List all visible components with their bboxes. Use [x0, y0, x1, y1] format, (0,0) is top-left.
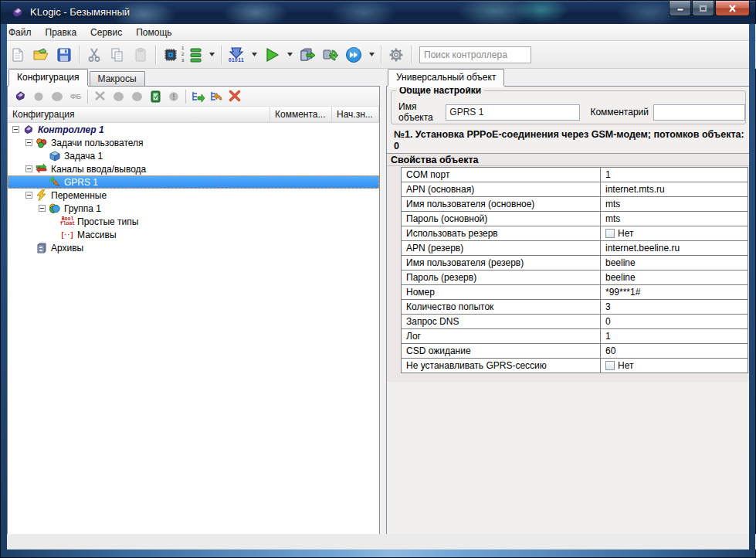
fast-run-dropdown[interactable] [365, 43, 378, 66]
tree-item-variables[interactable]: Переменные [8, 189, 379, 202]
close-button[interactable] [715, 1, 750, 16]
property-row: Использовать резерв Нет [402, 226, 748, 241]
main-toolbar: 123 01011 [2, 41, 756, 69]
properties-title: Свойства объекта [387, 153, 750, 166]
collapse-tree-button[interactable] [207, 88, 225, 105]
properties-table: COM порт1 APN (основная)internet.mts.ru … [401, 167, 748, 373]
add-fb-button-disabled[interactable]: ФБ [66, 88, 85, 105]
property-row: Количество попыток3 [402, 300, 748, 315]
object-properties-panel: Общие настройки Имя объекта Комментарий … [386, 86, 751, 536]
collapse-expander[interactable] [25, 165, 32, 172]
restore-button[interactable] [692, 1, 714, 16]
app-logo-icon [11, 5, 25, 19]
variables-lightning-icon [35, 189, 48, 202]
save-button[interactable] [53, 43, 76, 66]
numbered-list-button[interactable]: 123 [182, 43, 205, 66]
window-border-bottom [1, 549, 755, 557]
load-dropdown[interactable] [248, 43, 260, 66]
run-button[interactable] [260, 43, 283, 66]
window-title: KLogic - Безымянный [30, 6, 130, 18]
property-row: APN (резерв)internet.beeline.ru [402, 241, 748, 256]
tree-item-archives[interactable]: Архивы [8, 241, 379, 254]
cut-node-button-disabled[interactable] [90, 88, 109, 105]
tab-macros[interactable]: Макросы [90, 71, 145, 86]
tree-item-arrays[interactable]: [··] Массивы [8, 228, 379, 241]
tab-configuration[interactable]: Конфигурация [8, 69, 88, 86]
tree-item-user-tasks[interactable]: Задачи пользователя [8, 136, 379, 149]
window-border-right [749, 24, 755, 551]
collapse-expander[interactable] [12, 126, 19, 133]
fast-run-button[interactable] [342, 43, 365, 66]
copy-node-button-disabled[interactable] [109, 88, 127, 105]
menu-edit[interactable]: Правка [39, 25, 84, 40]
property-row: Номер*99***1# [402, 285, 748, 300]
open-file-button[interactable] [29, 43, 53, 66]
controller-icon [22, 124, 35, 136]
property-row: Имя пользователя (основное)mts [402, 197, 748, 212]
simple-types-icon: Bool float [61, 216, 74, 228]
collapse-expander[interactable] [39, 205, 46, 212]
title-bar[interactable]: KLogic - Безымянный [1, 1, 755, 24]
property-row: Пароль (резерв)beeline [402, 270, 748, 285]
write-device-button[interactable] [296, 43, 319, 66]
property-row: Запрос DNS0 [402, 315, 748, 329]
tab-universal-object[interactable]: Универсальный объект [388, 69, 504, 86]
property-row: COM порт1 [402, 168, 748, 182]
copy-button[interactable] [106, 43, 129, 66]
menu-file[interactable]: Файл [2, 25, 39, 40]
column-configuration[interactable]: Конфигурация [8, 107, 270, 122]
group-icon [48, 202, 61, 215]
new-file-button[interactable] [6, 43, 29, 66]
load-to-controller-button[interactable]: 01011 [225, 43, 248, 66]
window-border-left [1, 24, 7, 551]
general-settings-group: Общие настройки Имя объекта Комментарий [391, 90, 746, 124]
settings-gear-button[interactable] [385, 43, 408, 66]
tree-column-headers: Конфигурация Коммента... Нач.зн... [8, 107, 379, 123]
menu-help[interactable]: Помощь [129, 25, 178, 40]
add-task-button-disabled[interactable] [29, 88, 48, 105]
enable-node-button[interactable] [146, 88, 164, 105]
warning-node-button-disabled[interactable] [164, 88, 183, 105]
minimize-button[interactable] [669, 1, 691, 16]
sync-device-button[interactable] [319, 43, 342, 66]
collapse-expander[interactable] [25, 192, 32, 199]
add-controller-button[interactable] [11, 88, 29, 105]
comment-input[interactable] [653, 104, 745, 121]
cut-button[interactable] [83, 43, 106, 66]
paste-button[interactable] [129, 43, 152, 66]
collapse-expander[interactable] [25, 139, 32, 146]
expand-tree-button[interactable] [188, 88, 207, 105]
tree-item-simple-types[interactable]: Bool float Простые типы [8, 215, 379, 228]
tree-item-controller[interactable]: Контроллер 1 [8, 123, 379, 136]
general-settings-title: Общие настройки [396, 85, 484, 96]
tree-item-group1[interactable]: Группа 1 [8, 202, 379, 215]
numbered-list-dropdown[interactable] [205, 43, 218, 66]
status-strip [2, 534, 756, 549]
tree-item-gprs1[interactable]: GPRS 1 [8, 175, 379, 189]
configuration-panel: ФБ [7, 86, 380, 536]
run-dropdown[interactable] [283, 43, 296, 66]
no-gprs-session-checkbox[interactable] [605, 361, 615, 370]
column-init-value[interactable]: Нач.зн... [332, 107, 379, 122]
object-name-label: Имя объекта [398, 101, 441, 123]
tree-item-task1[interactable]: Задача 1 [8, 149, 379, 162]
column-comment[interactable]: Коммента... [270, 107, 332, 122]
controller-chip-button[interactable] [159, 43, 182, 66]
arrays-icon: [··] [61, 229, 74, 241]
archives-icon [35, 242, 48, 254]
menu-bar: Файл Правка Сервис Помощь [2, 24, 756, 41]
paste-node-button-disabled[interactable] [127, 88, 146, 105]
add-object-button-disabled[interactable] [48, 88, 66, 105]
menu-service[interactable]: Сервис [83, 25, 129, 40]
property-row: Имя пользователя (резерв)beeline [402, 256, 748, 270]
list-icon-numbers: 123 [181, 45, 184, 63]
delete-node-button[interactable] [225, 88, 244, 105]
gprs-icon [48, 176, 61, 189]
object-name-input[interactable] [446, 104, 580, 121]
reserve-checkbox[interactable] [605, 229, 615, 238]
download-icon-label: 01011 [229, 58, 244, 63]
tree-item-io-channels[interactable]: Каналы ввода/вывода [8, 162, 379, 175]
user-tasks-icon [35, 137, 48, 149]
search-input[interactable] [419, 46, 531, 63]
right-tab-row: Универсальный объект [388, 69, 506, 86]
